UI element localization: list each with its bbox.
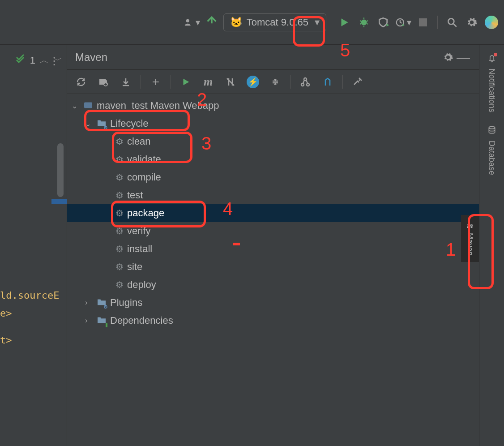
- maven-tree: ⌄ maven_test Maven Webapp ⌄ ⚙ Lifecycle …: [67, 94, 479, 446]
- chevron-down-icon: ⌄: [85, 120, 93, 128]
- svg-point-9: [489, 127, 495, 129]
- gear-icon: ⚙: [115, 136, 124, 147]
- panel-minimize-icon[interactable]: —: [456, 50, 471, 65]
- nav-up-icon[interactable]: ︿: [40, 54, 49, 66]
- maven-settings-icon[interactable]: [350, 74, 365, 90]
- collapse-all-icon[interactable]: [268, 74, 283, 90]
- svg-rect-8: [84, 103, 92, 108]
- goal-label: compile: [127, 172, 161, 183]
- gear-icon: ⚙: [115, 279, 124, 290]
- plugins-node[interactable]: › ⚙ Plugins: [67, 294, 479, 312]
- notifications-label: Notifications: [487, 69, 496, 112]
- maven-side-tab[interactable]: m Maven: [461, 215, 479, 262]
- options-menu-icon[interactable]: ⋮: [49, 55, 59, 67]
- goal-site[interactable]: ⚙ site: [67, 258, 479, 276]
- project-node[interactable]: ⌄ maven_test Maven Webapp: [67, 97, 479, 115]
- chevron-down-icon: ⌄: [72, 102, 80, 110]
- download-sources-icon[interactable]: [118, 74, 133, 90]
- maven-tab-label: Maven: [466, 233, 474, 256]
- panel-title: Maven: [75, 51, 107, 64]
- warning-count: 1: [30, 55, 35, 66]
- goal-verify[interactable]: ⚙ verify: [67, 222, 479, 240]
- annotation-dash: [233, 243, 240, 245]
- goal-label: package: [127, 207, 164, 219]
- notification-dot-icon: [494, 53, 497, 56]
- editor-highlight-marker: [51, 199, 67, 204]
- maven-project-icon: [83, 100, 93, 112]
- chevron-right-icon: ›: [85, 317, 93, 325]
- vcs-users-icon[interactable]: ▾: [184, 14, 200, 30]
- notifications-tab[interactable]: Notifications: [487, 54, 496, 112]
- lifecycle-node[interactable]: ⌄ ⚙ Lifecycle: [67, 115, 479, 133]
- dependencies-label: Dependencies: [110, 315, 173, 326]
- build-hammer-icon[interactable]: [204, 14, 220, 30]
- main-area: ⋮ 1 ︿ ﹀ ld.sourceE e> t> Maven —: [0, 45, 504, 446]
- goal-compile[interactable]: ⚙ compile: [67, 168, 479, 186]
- toggle-skip-tests-icon[interactable]: ⚡: [245, 74, 261, 90]
- stop-button[interactable]: [415, 14, 431, 30]
- run-configuration-selector[interactable]: 🐱 Tomcat 9.0.65 ▾: [223, 13, 326, 31]
- settings-gear-icon[interactable]: [464, 14, 480, 30]
- folder-icon: ▮: [97, 315, 107, 326]
- project-label: maven_test Maven Webapp: [97, 100, 219, 112]
- maven-tool-window: Maven — + m: [67, 45, 479, 446]
- maven-panel-header: Maven —: [67, 45, 479, 70]
- goal-test[interactable]: ⚙ test: [67, 186, 479, 204]
- coverage-button[interactable]: [376, 14, 392, 30]
- goal-label: clean: [127, 136, 151, 147]
- profile-button[interactable]: ▾: [395, 14, 411, 30]
- main-toolbar: ▾ 🐱 Tomcat 9.0.65 ▾ ▾: [0, 0, 504, 45]
- svg-point-0: [186, 19, 189, 22]
- goal-clean[interactable]: ⚙ clean: [67, 133, 479, 150]
- goal-package[interactable]: ⚙ package: [67, 204, 479, 222]
- svg-point-6: [307, 83, 309, 86]
- folder-icon: ⚙: [97, 118, 107, 129]
- show-diagram-icon[interactable]: [320, 74, 335, 90]
- goal-install[interactable]: ⚙ install: [67, 240, 479, 258]
- goal-deploy[interactable]: ⚙ deploy: [67, 276, 479, 294]
- plugins-label: Plugins: [110, 297, 142, 309]
- toggle-offline-icon[interactable]: [223, 74, 238, 90]
- gear-icon: ⚙: [115, 226, 124, 236]
- chevron-down-icon: ▾: [315, 17, 320, 28]
- svg-point-1: [361, 19, 367, 25]
- chevron-right-icon: ›: [85, 299, 93, 307]
- gear-icon: ⚙: [115, 190, 124, 201]
- goal-label: install: [127, 243, 152, 255]
- inspection-pass-icon[interactable]: [15, 54, 26, 67]
- reload-icon[interactable]: [73, 74, 89, 90]
- run-config-label: Tomcat 9.0.65: [247, 17, 308, 28]
- run-maven-build-icon[interactable]: [178, 74, 193, 90]
- execute-maven-goal-icon[interactable]: m: [201, 74, 216, 90]
- generate-sources-icon[interactable]: [96, 74, 111, 90]
- debug-button[interactable]: [356, 14, 372, 30]
- search-icon[interactable]: [444, 14, 460, 30]
- folder-icon: ⚙: [97, 297, 107, 309]
- scrollbar-thumb[interactable]: [57, 143, 64, 197]
- right-tool-rail: Notifications Database: [479, 45, 504, 446]
- run-button[interactable]: [336, 14, 352, 30]
- maven-toolbar: + m ⚡: [67, 70, 479, 94]
- svg-point-5: [301, 83, 304, 86]
- svg-point-3: [448, 18, 454, 24]
- code-fragment: t>: [0, 331, 59, 349]
- code-fragment: ld.sourceE: [0, 287, 59, 304]
- gear-icon: ⚙: [115, 244, 124, 254]
- goal-label: test: [127, 189, 143, 201]
- gear-icon: ⚙: [115, 154, 124, 165]
- goal-label: validate: [127, 154, 161, 165]
- goal-validate[interactable]: ⚙ validate: [67, 150, 479, 168]
- database-tab[interactable]: Database: [487, 126, 496, 175]
- maven-m-icon: m: [467, 221, 473, 230]
- gear-icon: ⚙: [115, 172, 124, 183]
- show-dependencies-icon[interactable]: [298, 74, 313, 90]
- brand-logo-icon[interactable]: [483, 14, 500, 30]
- add-project-icon[interactable]: +: [148, 74, 163, 90]
- gear-icon: ⚙: [115, 208, 124, 219]
- goal-label: site: [127, 261, 142, 273]
- panel-settings-icon[interactable]: [440, 50, 456, 65]
- gear-icon: ⚙: [115, 262, 124, 272]
- dependencies-node[interactable]: › ▮ Dependencies: [67, 312, 479, 330]
- database-label: Database: [487, 141, 496, 175]
- editor-gutter: ⋮ 1 ︿ ﹀ ld.sourceE e> t>: [0, 45, 67, 446]
